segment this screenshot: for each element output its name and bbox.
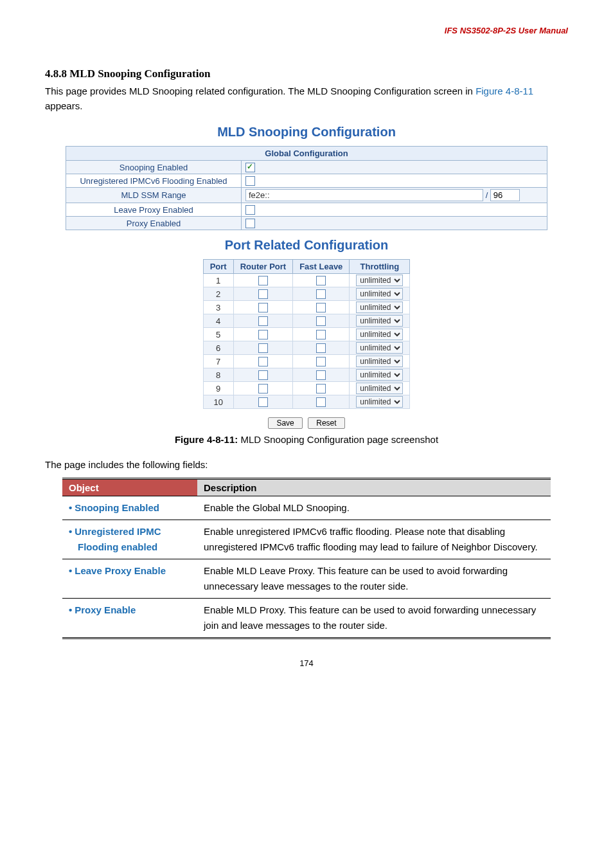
desc-header-object: Object xyxy=(62,479,197,496)
fast-leave-checkbox[interactable] xyxy=(316,397,326,407)
bullet-icon: • xyxy=(69,526,75,537)
throttling-select[interactable]: unlimited xyxy=(356,275,403,286)
fast-leave-checkbox[interactable] xyxy=(316,289,326,299)
port-row: 4unlimited xyxy=(203,314,410,328)
global-config-table: Global Configuration Snooping Enabled Un… xyxy=(66,146,547,230)
col-throttling: Throttling xyxy=(350,260,410,274)
port-number: 6 xyxy=(203,341,233,355)
leave-proxy-label: Leave Proxy Enabled xyxy=(66,203,242,217)
throttling-select[interactable]: unlimited xyxy=(356,383,403,394)
page-number: 174 xyxy=(45,658,568,668)
description-table: Object Description •Snooping Enabled Ena… xyxy=(62,478,551,639)
unregistered-flooding-checkbox[interactable] xyxy=(245,176,255,186)
throttling-select[interactable]: unlimited xyxy=(356,356,403,367)
fast-leave-checkbox[interactable] xyxy=(316,384,326,393)
port-number: 3 xyxy=(203,301,233,314)
unregistered-flooding-label: Unregistered IPMCv6 Flooding Enabled xyxy=(66,174,242,188)
bullet-icon: • xyxy=(69,604,75,615)
figure-reference-link[interactable]: Figure 4-8-11 xyxy=(475,86,533,96)
button-row: Save Reset xyxy=(45,417,568,429)
desc-row-object: •Proxy Enable xyxy=(62,599,197,638)
ssm-prefix-input[interactable] xyxy=(490,189,520,201)
port-number: 10 xyxy=(203,395,233,409)
col-router-port: Router Port xyxy=(233,260,293,274)
port-number: 5 xyxy=(203,328,233,341)
throttling-select[interactable]: unlimited xyxy=(356,288,403,300)
global-config-header: Global Configuration xyxy=(66,147,547,161)
port-row: 9unlimited xyxy=(203,382,410,395)
throttling-select[interactable]: unlimited xyxy=(356,329,403,340)
router-port-checkbox[interactable] xyxy=(258,316,268,326)
router-port-checkbox[interactable] xyxy=(258,343,268,353)
col-fast-leave: Fast Leave xyxy=(293,260,350,274)
obj-flooding-enabled: Flooding enabled xyxy=(69,541,157,552)
leave-proxy-checkbox[interactable] xyxy=(245,205,255,215)
router-port-checkbox[interactable] xyxy=(258,357,268,366)
reset-button[interactable]: Reset xyxy=(308,417,344,429)
col-port: Port xyxy=(203,260,233,274)
obj-proxy-enable: Proxy Enable xyxy=(75,604,136,615)
section-heading: 4.8.8 MLD Snooping Configuration xyxy=(45,68,568,80)
desc-row-text: Enable unregistered IPMCv6 traffic flood… xyxy=(197,520,551,559)
obj-unregistered-ipmc: Unregistered IPMC xyxy=(75,526,161,537)
port-row: 8unlimited xyxy=(203,368,410,382)
router-port-checkbox[interactable] xyxy=(258,370,268,380)
port-row: 2unlimited xyxy=(203,287,410,301)
throttling-select[interactable]: unlimited xyxy=(356,342,403,354)
obj-snooping-enabled: Snooping Enabled xyxy=(75,502,159,513)
port-row: 7unlimited xyxy=(203,355,410,368)
desc-row-text: Enable MLD Proxy. This feature can be us… xyxy=(197,599,551,638)
router-port-checkbox[interactable] xyxy=(258,330,268,339)
port-row: 10unlimited xyxy=(203,395,410,409)
desc-row-object: •Unregistered IPMC Flooding enabled xyxy=(62,520,197,559)
intro-text-prefix: This page provides MLD Snooping related … xyxy=(45,86,475,96)
ssm-range-input[interactable] xyxy=(245,189,483,201)
throttling-select[interactable]: unlimited xyxy=(356,302,403,313)
port-row: 1unlimited xyxy=(203,274,410,287)
ssm-slash: / xyxy=(486,190,490,200)
port-number: 4 xyxy=(203,314,233,328)
ssm-range-label: MLD SSM Range xyxy=(66,188,242,203)
port-row: 3unlimited xyxy=(203,301,410,314)
port-number: 2 xyxy=(203,287,233,301)
fast-leave-checkbox[interactable] xyxy=(316,303,326,312)
port-number: 8 xyxy=(203,368,233,382)
fast-leave-checkbox[interactable] xyxy=(316,343,326,353)
bullet-icon: • xyxy=(69,502,75,513)
router-port-checkbox[interactable] xyxy=(258,276,268,285)
port-number: 7 xyxy=(203,355,233,368)
fast-leave-checkbox[interactable] xyxy=(316,357,326,366)
throttling-select[interactable]: unlimited xyxy=(356,369,403,381)
snooping-enabled-checkbox[interactable] xyxy=(245,163,255,172)
router-port-checkbox[interactable] xyxy=(258,397,268,407)
obj-leave-proxy-enable: Leave Proxy Enable xyxy=(75,565,166,576)
port-config-table: Port Router Port Fast Leave Throttling 1… xyxy=(203,259,411,409)
figure-caption-text: MLD Snooping Configuration page screensh… xyxy=(238,434,438,445)
bullet-icon: • xyxy=(69,565,75,576)
router-port-checkbox[interactable] xyxy=(258,303,268,312)
router-port-checkbox[interactable] xyxy=(258,384,268,393)
desc-row-text: Enable MLD Leave Proxy. This feature can… xyxy=(197,559,551,599)
fast-leave-checkbox[interactable] xyxy=(316,370,326,380)
throttling-select[interactable]: unlimited xyxy=(356,315,403,327)
save-button[interactable]: Save xyxy=(268,417,302,429)
mld-panel-title: MLD Snooping Configuration xyxy=(45,125,568,140)
desc-header-description: Description xyxy=(197,479,551,496)
desc-row-object: •Snooping Enabled xyxy=(62,496,197,520)
proxy-enabled-label: Proxy Enabled xyxy=(66,217,242,230)
port-panel-title: Port Related Configuration xyxy=(45,238,568,253)
fast-leave-checkbox[interactable] xyxy=(316,330,326,339)
port-number: 1 xyxy=(203,274,233,287)
fast-leave-checkbox[interactable] xyxy=(316,316,326,326)
port-row: 5unlimited xyxy=(203,328,410,341)
desc-row-text: Enable the Global MLD Snooping. xyxy=(197,496,551,520)
figure-caption-number: Figure 4-8-11: xyxy=(175,434,238,445)
intro-text-suffix: appears. xyxy=(45,100,82,111)
proxy-enabled-checkbox[interactable] xyxy=(245,219,255,228)
section-intro: This page provides MLD Snooping related … xyxy=(45,84,568,113)
figure-caption: Figure 4-8-11: MLD Snooping Configuratio… xyxy=(45,434,568,445)
snooping-enabled-label: Snooping Enabled xyxy=(66,161,242,174)
throttling-select[interactable]: unlimited xyxy=(356,396,403,408)
router-port-checkbox[interactable] xyxy=(258,289,268,299)
fast-leave-checkbox[interactable] xyxy=(316,276,326,285)
